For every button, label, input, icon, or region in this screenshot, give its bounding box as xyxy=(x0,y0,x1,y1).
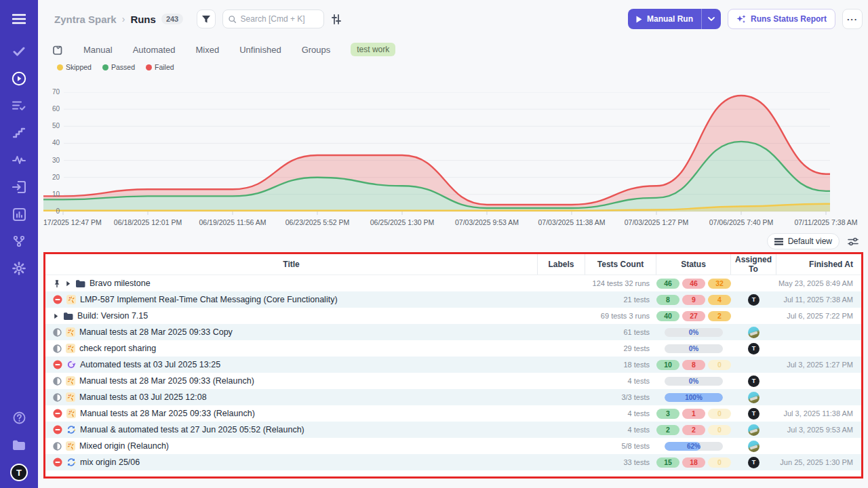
page-title: Runs xyxy=(130,14,156,25)
table-row[interactable]: Bravo milestone124 tests 32 runs464632Ma… xyxy=(45,275,861,291)
passed-badge: 15 xyxy=(656,458,679,468)
run-title-cell: Manual tests at 28 Mar 2025 09:33 Copy xyxy=(45,327,538,337)
x-tick-label: 07/06/2025 7:40 PM xyxy=(709,218,774,226)
table-row[interactable]: Manual & automated tests at 27 Jun 2025 … xyxy=(45,422,861,438)
assignee-avatar[interactable] xyxy=(748,392,760,403)
folder-icon[interactable] xyxy=(11,436,27,453)
breadcrumb-separator: › xyxy=(122,14,125,24)
run-assignee-cell xyxy=(731,424,776,436)
branch-icon[interactable] xyxy=(11,233,27,249)
run-finished-at: Jul 3, 2025 9:53 AM xyxy=(776,426,861,434)
run-title: Automated tests at 03 Jul 2025 13:25 xyxy=(80,360,220,369)
table-settings-icon[interactable] xyxy=(848,237,859,246)
y-tick-label: 10 xyxy=(39,190,60,198)
sidebar: T xyxy=(0,0,38,488)
adjustments-icon[interactable] xyxy=(331,14,342,24)
table-row[interactable]: Manual tests at 28 Mar 2025 09:33 Copy61… xyxy=(45,324,861,340)
table-row[interactable]: check report sharing29 tests0%T xyxy=(45,340,861,357)
assignee-avatar[interactable]: T xyxy=(748,408,760,420)
table-row[interactable]: Automated tests at 03 Jul 2025 13:2518 t… xyxy=(45,357,861,373)
manual-origin-icon xyxy=(66,344,75,353)
more-button[interactable]: ··· xyxy=(842,9,863,29)
table-row[interactable]: LMP-587 Implement Real-Time Chat Messagi… xyxy=(45,291,861,308)
x-tick-label: 07/11/2025 7:38 AM xyxy=(794,218,857,226)
progress-bar: 100% xyxy=(665,393,723,402)
sign-in-icon[interactable] xyxy=(11,179,27,195)
assignee-avatar[interactable] xyxy=(748,424,760,436)
run-title-cell: mix origin 25/06 xyxy=(45,458,538,467)
run-tests-count: 5/8 tests xyxy=(585,442,656,450)
run-title-cell: Manual tests at 03 Jul 2025 12:08 xyxy=(45,392,538,402)
table-row[interactable]: Mixed origin (Relaunch)5/8 tests62% xyxy=(45,438,861,454)
table-row[interactable]: Build: Version 7.1569 tests 3 runs40272J… xyxy=(45,308,861,324)
legend-failed[interactable]: Failed xyxy=(146,63,174,71)
assignee-avatar[interactable]: T xyxy=(748,375,760,387)
column-status[interactable]: Status xyxy=(656,254,731,274)
activity-icon[interactable] xyxy=(11,152,27,168)
select-runs-icon[interactable] xyxy=(53,45,63,55)
breadcrumb-project[interactable]: Zyntra Spark xyxy=(54,14,117,25)
run-title: Manual tests at 03 Jul 2025 12:08 xyxy=(79,392,207,402)
x-tick-label: 06/25/2025 1:30 PM xyxy=(370,218,435,226)
manual-run-button[interactable]: Manual Run xyxy=(628,9,721,29)
menu-icon[interactable] xyxy=(11,11,27,27)
active-filter-pill[interactable]: test work xyxy=(351,43,395,56)
progress-bar: 0% xyxy=(665,344,723,353)
table-row[interactable]: Manual tests at 28 Mar 2025 09:33 (Relau… xyxy=(45,373,861,389)
run-tests-count: 69 tests 3 runs xyxy=(585,312,656,320)
column-title[interactable]: Title xyxy=(45,254,538,274)
run-title: Build: Version 7.15 xyxy=(77,311,148,321)
tab-groups[interactable]: Groups xyxy=(302,45,331,55)
run-title-cell: check report sharing xyxy=(45,344,538,353)
caret-right-icon[interactable] xyxy=(53,313,59,319)
run-tests-count: 4 tests xyxy=(585,409,656,418)
skipped-badge: 32 xyxy=(708,279,731,289)
search-input[interactable] xyxy=(241,14,319,24)
mixed-origin-icon xyxy=(66,425,76,434)
run-finished-at: Jul 3, 2025 11:38 AM xyxy=(776,409,861,418)
search-box[interactable] xyxy=(222,9,324,28)
legend-failed-label: Failed xyxy=(155,63,174,71)
tab-manual[interactable]: Manual xyxy=(83,45,113,55)
tab-automated[interactable]: Automated xyxy=(133,45,176,55)
filter-button[interactable] xyxy=(197,9,216,28)
list-check-icon[interactable] xyxy=(11,98,27,114)
help-icon[interactable] xyxy=(11,409,27,426)
steps-icon[interactable] xyxy=(11,125,27,141)
play-circle-icon[interactable] xyxy=(11,70,27,87)
manual-run-dropdown[interactable] xyxy=(701,9,721,29)
check-icon[interactable] xyxy=(11,43,27,60)
runs-status-report-button[interactable]: Runs Status Report xyxy=(728,9,835,29)
sparkles-icon xyxy=(736,14,746,24)
column-assigned-to[interactable]: Assigned To xyxy=(731,254,776,274)
run-title-cell: Manual tests at 28 Mar 2025 09:33 (Relau… xyxy=(45,409,538,418)
gear-icon[interactable] xyxy=(11,260,27,277)
assignee-avatar[interactable] xyxy=(748,327,760,338)
table-row[interactable]: Manual tests at 03 Jul 2025 12:083/3 tes… xyxy=(45,389,861,405)
chevron-down-icon xyxy=(708,17,715,21)
legend-passed[interactable]: Passed xyxy=(102,63,135,71)
column-labels[interactable]: Labels xyxy=(538,254,585,274)
user-avatar[interactable]: T xyxy=(10,464,28,481)
y-tick-label: 60 xyxy=(39,105,60,113)
default-view-button[interactable]: Default view xyxy=(767,233,840,249)
assignee-avatar[interactable]: T xyxy=(748,457,760,468)
legend-skipped[interactable]: Skipped xyxy=(57,63,92,71)
assignee-avatar[interactable] xyxy=(748,441,760,452)
table-row[interactable]: mix origin 25/0633 tests15180TJun 25, 20… xyxy=(45,454,861,470)
passed-badge: 2 xyxy=(656,425,679,435)
tab-mixed[interactable]: Mixed xyxy=(196,45,220,55)
caret-right-icon[interactable] xyxy=(65,281,71,287)
tab-unfinished[interactable]: Unfinished xyxy=(239,45,281,55)
assignee-avatar[interactable]: T xyxy=(748,343,760,354)
manual-origin-icon xyxy=(66,409,76,418)
table-row[interactable]: Manual tests at 28 Mar 2025 09:33 (Relau… xyxy=(45,405,861,422)
x-tick-label: 06/18/2025 12:01 PM xyxy=(114,218,182,226)
assignee-avatar[interactable]: T xyxy=(748,294,760,306)
column-tests-count[interactable]: Tests Count xyxy=(585,254,656,274)
run-title: mix origin 25/06 xyxy=(80,458,140,467)
column-finished-at[interactable]: Finished At xyxy=(776,254,861,274)
manual-origin-icon xyxy=(66,376,75,386)
run-title: Manual & automated tests at 27 Jun 2025 … xyxy=(80,425,304,434)
bar-chart-icon[interactable] xyxy=(11,206,27,222)
